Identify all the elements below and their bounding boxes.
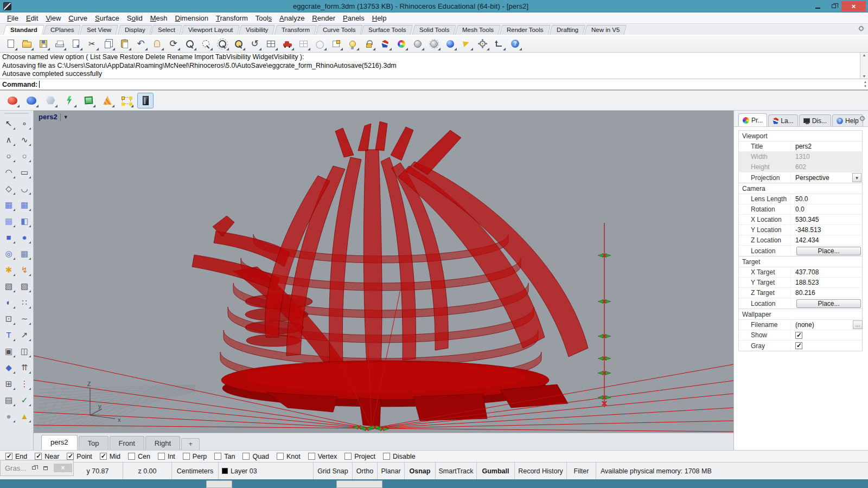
blob-blue-icon[interactable]	[23, 93, 40, 108]
menu-edit[interactable]: Edit	[22, 13, 42, 23]
osnap-quad[interactable]: Quad	[242, 453, 269, 460]
panel-tab-help[interactable]: ?Help	[832, 114, 863, 126]
viewport-tab-top[interactable]: Top	[79, 436, 108, 450]
status-pane-gumball[interactable]: Gumball	[477, 463, 515, 479]
sphere-blue-icon[interactable]	[443, 37, 457, 51]
copy-icon[interactable]	[101, 37, 116, 51]
gras-restore-button[interactable]	[29, 464, 38, 472]
osnap-project-checkbox[interactable]	[344, 453, 352, 460]
blob-red-icon[interactable]	[4, 93, 21, 108]
box-icon[interactable]: ■	[2, 230, 16, 245]
torus-icon[interactable]: ◎	[2, 246, 16, 261]
polygon-icon[interactable]: ◇	[2, 181, 16, 196]
menu-analyze[interactable]: Analyze	[276, 13, 308, 23]
osnap-mid-checkbox[interactable]	[100, 453, 107, 460]
osnap-end-checkbox[interactable]	[5, 453, 12, 460]
control-curve-icon[interactable]: ∿	[17, 132, 32, 147]
sphere-dashed-icon[interactable]	[426, 37, 441, 51]
inplace-mirror-icon[interactable]: ◫	[17, 344, 32, 358]
status-pane-record-history[interactable]: Record History	[515, 463, 567, 479]
menu-surface[interactable]: Surface	[91, 13, 123, 23]
status-units[interactable]: Centimeters	[172, 463, 219, 479]
location-place-button[interactable]: Place...	[796, 247, 861, 255]
toolbar-tab-display[interactable]: Display	[117, 25, 152, 35]
named-view-car-icon[interactable]	[280, 37, 295, 51]
menu-curve[interactable]: Curve	[65, 13, 91, 23]
rectangle-icon[interactable]: ▭	[17, 165, 32, 179]
toolbar-tab-set-view[interactable]: Set View	[80, 25, 119, 35]
lock-icon[interactable]	[361, 37, 376, 51]
undo-icon[interactable]: ↶	[133, 37, 148, 51]
menu-file[interactable]: File	[3, 13, 22, 23]
close-button[interactable]: ×	[841, 1, 866, 11]
status-pane-osnap[interactable]: Osnap	[405, 463, 436, 479]
status-pane-grid-snap[interactable]: Grid Snap	[314, 463, 353, 479]
gear-settings-icon[interactable]	[475, 37, 490, 51]
handlebar-icon[interactable]: ∼	[17, 311, 32, 326]
single-point-icon[interactable]: ∘	[17, 116, 32, 131]
location-place-button[interactable]: Place...	[796, 299, 861, 308]
circle-tool-icon[interactable]: ◯	[312, 37, 327, 51]
sphere-matte-icon[interactable]	[410, 37, 425, 51]
props-value[interactable]: 142.434	[791, 235, 862, 245]
paste-icon[interactable]	[117, 37, 132, 51]
panel-tab-pr[interactable]: Pr...	[738, 113, 767, 126]
toolbar-tab-solid-tools[interactable]: Solid Tools	[412, 25, 457, 35]
group-solids-icon[interactable]: ●	[2, 409, 16, 423]
osnap-int[interactable]: Int	[158, 453, 175, 460]
props-value[interactable]: 0.0	[791, 204, 862, 214]
menu-render[interactable]: Render	[308, 13, 339, 23]
scroll-up-icon[interactable]: ▲	[863, 53, 866, 57]
toolbar-tab-mesh-tools[interactable]: Mesh Tools	[455, 25, 501, 35]
osnap-disable[interactable]: Disable	[383, 453, 416, 460]
panel-tab-la[interactable]: La...	[768, 114, 797, 126]
osnap-disable-checkbox[interactable]	[383, 453, 390, 460]
osnap-point-checkbox[interactable]	[67, 453, 74, 460]
panel-options-gear-icon[interactable]	[860, 115, 865, 123]
polygon-gray-icon[interactable]	[42, 93, 59, 108]
toolbar-tab-curve-tools[interactable]: Curve Tools	[316, 25, 363, 35]
props-value[interactable]: 50.0	[791, 194, 862, 204]
rotate-view-icon[interactable]: ⟳	[166, 37, 181, 51]
command-history-line-1[interactable]: Choose named view option ( List Save Res…	[2, 53, 858, 62]
puzzle-plugin-icon[interactable]: ✱	[2, 262, 16, 277]
save-file-icon[interactable]	[36, 37, 50, 51]
layer-pages-icon[interactable]: ▤	[2, 393, 16, 407]
menu-solid[interactable]: Solid	[123, 13, 146, 23]
select-arrow-icon[interactable]: ↖	[2, 116, 16, 131]
blend-curve-icon[interactable]: ◡	[17, 181, 32, 196]
zoom-extents-icon[interactable]	[215, 37, 229, 51]
menu-tools[interactable]: Tools	[252, 13, 276, 23]
check-apply-icon[interactable]: ✓	[17, 393, 32, 407]
minimize-button[interactable]	[810, 1, 826, 11]
solid-cube-icon[interactable]: ◆	[2, 360, 16, 375]
status-layer[interactable]: Layer 03	[219, 463, 314, 479]
print-icon[interactable]	[52, 37, 67, 51]
cut-icon[interactable]: ✂	[85, 37, 99, 51]
move-uvn-icon[interactable]: ↗	[17, 328, 32, 342]
gras-close-button[interactable]: ×	[54, 464, 72, 472]
new-file-icon[interactable]	[3, 37, 18, 51]
command-history[interactable]: Choose named view option ( List Save Res…	[0, 53, 868, 79]
osnap-vertex-checkbox[interactable]	[308, 453, 315, 460]
osnap-cen-checkbox[interactable]	[128, 453, 135, 460]
sweep-surface-icon[interactable]: ▦	[2, 214, 16, 228]
osnap-tan[interactable]: Tan	[214, 453, 235, 460]
add-viewport-tab-button[interactable]: +	[181, 438, 200, 450]
split-icon[interactable]: ▨	[17, 279, 32, 293]
gray-checkbox[interactable]	[795, 342, 802, 349]
props-value[interactable]: Perspective▾	[791, 172, 862, 183]
polyline-icon[interactable]: ∧	[2, 132, 16, 147]
surface-edge-icon[interactable]: ▦	[17, 197, 32, 212]
osnap-tan-checkbox[interactable]	[214, 453, 221, 460]
move-widget-icon[interactable]	[492, 37, 506, 51]
toolbar-tab-cplanes[interactable]: CPlanes	[43, 25, 81, 35]
menu-view[interactable]: View	[42, 13, 65, 23]
notify-flag-icon[interactable]	[459, 37, 474, 51]
text-object-icon[interactable]: T	[2, 328, 16, 342]
zoom-selected-icon[interactable]	[231, 37, 246, 51]
osnap-end[interactable]: End	[5, 453, 27, 460]
copy-icon[interactable]: ▣	[2, 344, 16, 358]
osnap-quad-checkbox[interactable]	[242, 453, 250, 460]
undo-view-icon[interactable]: ↺	[247, 37, 262, 51]
